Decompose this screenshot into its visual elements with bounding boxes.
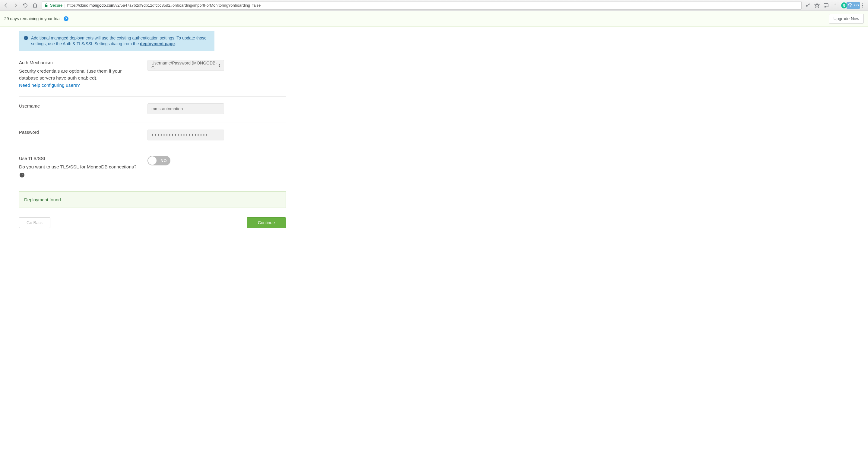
main-content: i Additional managed deployments will us…	[19, 31, 286, 237]
password-row: Password	[19, 123, 286, 149]
star-icon[interactable]	[813, 1, 821, 9]
actions-row: Go Back Continue	[19, 211, 286, 237]
back-button[interactable]	[2, 1, 10, 10]
tls-help: Do you want to use TLS/SSL for MongoDB c…	[19, 163, 138, 177]
svg-point-2	[862, 3, 863, 4]
auth-mechanism-row: Auth Mechanism Security credentials are …	[19, 51, 286, 97]
secure-label: Secure	[50, 3, 62, 7]
deployment-page-link[interactable]: deployment page	[140, 41, 175, 46]
auth-mechanism-help: Security credentials are optional (use t…	[19, 67, 138, 81]
tls-toggle[interactable]: NO	[148, 156, 170, 165]
info-icon: i	[24, 36, 28, 40]
toggle-state: NO	[161, 159, 167, 163]
lock-icon	[44, 3, 48, 7]
menu-icon[interactable]	[858, 1, 866, 9]
auth-mechanism-select[interactable]: Username/Password (MONGODB-C ▲▼	[148, 60, 224, 71]
toggle-knob	[148, 156, 157, 165]
trial-bar: 29 days remaining in your trial. ? Upgra…	[0, 11, 868, 27]
svg-point-0	[806, 5, 808, 7]
configure-users-link[interactable]: Need help configuring users?	[19, 83, 80, 88]
forward-button[interactable]	[11, 1, 20, 10]
tls-row: Use TLS/SSL Do you want to use TLS/SSL f…	[19, 149, 286, 186]
info-alert: i Additional managed deployments will us…	[19, 31, 214, 51]
extension-icon[interactable]	[831, 1, 839, 9]
reload-button[interactable]	[21, 1, 30, 10]
help-icon[interactable]: ?	[64, 16, 68, 21]
success-alert: Deployment found	[19, 191, 286, 208]
trial-message: 29 days remaining in your trial.	[4, 16, 62, 21]
browser-toolbar: Secure | https://cloud.mongodb.com/v2/5a…	[0, 0, 868, 11]
svg-point-3	[862, 5, 863, 6]
username-label: Username	[19, 103, 138, 108]
svg-rect-1	[824, 4, 828, 7]
go-back-button[interactable]: Go Back	[19, 217, 50, 228]
continue-button[interactable]: Continue	[247, 217, 286, 228]
password-input[interactable]	[148, 130, 224, 140]
tls-label: Use TLS/SSL	[19, 156, 138, 161]
username-row: Username	[19, 97, 286, 123]
info-icon[interactable]: i	[20, 173, 25, 177]
cast-icon[interactable]	[822, 1, 830, 9]
auth-mechanism-label: Auth Mechanism	[19, 60, 138, 65]
key-icon[interactable]	[804, 1, 812, 9]
chevron-updown-icon: ▲▼	[218, 64, 221, 67]
password-label: Password	[19, 130, 138, 135]
url-text: https://cloud.mongodb.com/v2/5a47a7b2df9…	[67, 3, 260, 7]
extension-badge[interactable]: 1.43	[849, 1, 857, 9]
home-button[interactable]	[31, 1, 39, 10]
svg-point-4	[862, 6, 863, 7]
url-bar[interactable]: Secure | https://cloud.mongodb.com/v2/5a…	[42, 1, 802, 10]
upgrade-button[interactable]: Upgrade Now	[829, 14, 864, 24]
username-input[interactable]	[148, 103, 224, 114]
